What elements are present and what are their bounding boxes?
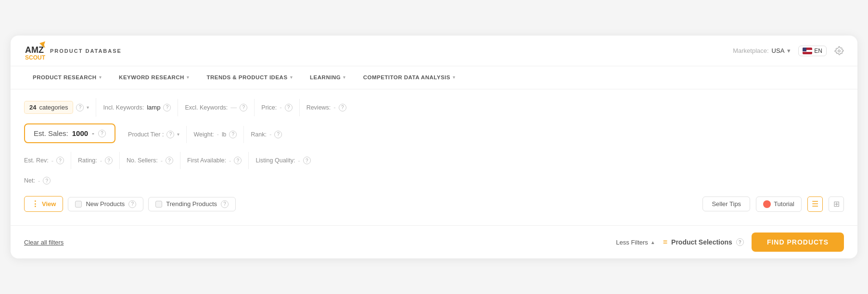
clear-filters-button[interactable]: Clear all filters [24,239,64,246]
rating-filter[interactable]: Rating: - ? [71,152,120,169]
reviews-filter[interactable]: Reviews: - ? [300,99,353,116]
product-tier-dropdown[interactable]: ▾ [177,132,179,137]
listing-quality-help-icon[interactable]: ? [303,157,311,164]
view-button-label: View [42,200,56,208]
price-filter[interactable]: Price: - ? [255,99,299,116]
product-tier-help-icon[interactable]: ? [166,131,174,138]
categories-label: categories [39,104,68,111]
trending-products-label: Trending Products [166,200,217,208]
patreon-icon [763,200,771,208]
trending-products-checkbox [155,201,162,208]
logo-area: AMZ SCOUT PRODUCT DATABASE [24,40,122,61]
no-sellers-value: - [161,157,163,164]
product-tier-filter[interactable]: Product Tier : ? ▾ [121,126,187,143]
net-value: - [38,177,40,184]
listing-quality-value: - [298,157,300,164]
nav-chevron-product-research: ▾ [99,75,102,80]
est-sales-help-icon[interactable]: ? [98,130,106,137]
grid-view-icon[interactable]: ⊞ [829,196,844,212]
reviews-help-icon[interactable]: ? [339,104,346,111]
incl-keywords-help-icon[interactable]: ? [163,104,171,111]
incl-keywords-value: lamp [147,104,160,111]
no-sellers-label: No. Sellers: [127,157,158,164]
nav-item-learning[interactable]: LEARNING ▾ [301,66,355,89]
language-selector[interactable]: EN [798,46,827,56]
settings-icon[interactable] [834,46,844,56]
excl-keywords-help-icon[interactable]: ? [240,104,247,111]
weight-help-icon[interactable]: ? [229,131,237,138]
new-products-label: New Products [86,200,125,208]
flag-icon [803,48,812,54]
no-sellers-help-icon[interactable]: ? [166,157,173,164]
categories-help-icon[interactable]: ? [76,104,84,111]
nav-label-trends: TRENDS & PRODUCT IDEAS [206,74,287,80]
nav-item-keyword-research[interactable]: KEYWORD RESEARCH ▾ [110,66,198,89]
weight-value: - [217,131,219,138]
logo-text: PRODUCT DATABASE [50,48,122,54]
categories-dropdown-arrow[interactable]: ▾ [87,105,89,110]
nav-chevron-competitor: ▾ [453,75,456,80]
product-selections-help-icon[interactable]: ? [736,238,744,246]
less-filters-button[interactable]: Less Filters ▲ [616,239,655,246]
find-products-button[interactable]: FIND PRODUCTS [752,233,844,252]
tutorial-label: Tutorial [774,200,794,208]
rank-filter[interactable]: Rank: - ? [244,126,289,143]
est-rev-filter[interactable]: Est. Rev: - ? [24,152,71,169]
marketplace-label: Marketplace: [733,47,768,54]
net-filter[interactable]: Net: - ? [24,172,57,189]
trending-products-button[interactable]: Trending Products ? [148,197,236,211]
trending-products-help-icon[interactable]: ? [221,200,229,208]
seller-tips-button[interactable]: Seller Tips [702,196,750,211]
rank-help-icon[interactable]: ? [274,131,282,138]
nav-item-product-research[interactable]: PRODUCT RESEARCH ▾ [24,66,110,89]
nav-label-competitor: COMPETITOR DATA ANALYSIS [363,74,450,80]
est-sales-filter[interactable]: Est. Sales: 1000 - ? [24,123,115,143]
tutorial-button[interactable]: Tutorial [756,196,802,212]
view-button[interactable]: ⋮ View [24,196,63,212]
est-rev-value: - [51,157,53,164]
list-view-icon[interactable]: ☰ [807,196,823,212]
rating-help-icon[interactable]: ? [105,157,113,164]
nav-chevron-learning: ▾ [343,75,346,80]
nav-item-competitor[interactable]: COMPETITOR DATA ANALYSIS ▾ [355,66,464,89]
filter-row-4: Net: - ? [24,172,844,189]
nav-chevron-trends: ▾ [290,75,293,80]
net-help-icon[interactable]: ? [43,177,51,184]
nav-chevron-keyword-research: ▾ [187,75,190,80]
est-rev-help-icon[interactable]: ? [56,157,64,164]
svg-point-4 [838,49,840,51]
marketplace-selector[interactable]: Marketplace: USA ▾ [733,47,791,54]
lang-label: EN [814,48,822,54]
first-available-label: First Available: [187,157,226,164]
less-filters-label: Less Filters [616,239,648,246]
net-label: Net: [24,177,35,184]
incl-keywords-label: Incl. Keywords: [103,104,144,111]
new-products-button[interactable]: New Products ? [68,197,143,211]
rating-value: - [100,157,102,164]
first-available-filter[interactable]: First Available: - ? [180,152,249,169]
weight-unit: lb [222,131,226,138]
excl-keywords-filter[interactable]: Excl. Keywords: — ? [178,99,255,116]
rank-label: Rank: [251,131,267,138]
incl-keywords-filter[interactable]: Incl. Keywords: lamp ? [96,99,178,116]
svg-text:SCOUT: SCOUT [25,54,45,61]
svg-text:AMZ: AMZ [25,45,44,55]
categories-filter[interactable]: 24 categories ? ▾ [24,98,96,117]
no-sellers-filter[interactable]: No. Sellers: - ? [120,152,180,169]
nav-item-trends[interactable]: TRENDS & PRODUCT IDEAS ▾ [198,66,301,89]
rank-value: - [269,131,271,138]
action-row: ⋮ View New Products ? Trending Products … [24,192,844,216]
product-selections-button[interactable]: ≡ Product Selections ? [663,238,744,246]
weight-filter[interactable]: Weight: - lb ? [187,126,244,143]
first-available-help-icon[interactable]: ? [234,157,242,164]
nav-label-learning: LEARNING [310,74,341,80]
listing-quality-filter[interactable]: Listing Quality: - ? [249,152,317,169]
reviews-label: Reviews: [306,104,331,111]
product-selections-list-icon: ≡ [663,238,667,246]
excl-keywords-value: — [230,104,237,111]
bottom-right: Less Filters ▲ ≡ Product Selections ? FI… [616,233,844,252]
view-dots-icon: ⋮ [31,199,39,208]
new-products-help-icon[interactable]: ? [128,200,136,208]
product-tier-label: Product Tier : [128,131,164,138]
price-help-icon[interactable]: ? [285,104,293,111]
